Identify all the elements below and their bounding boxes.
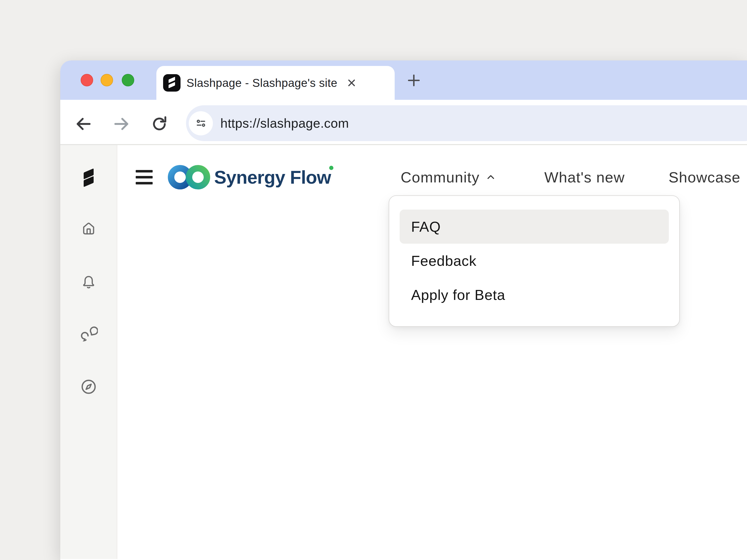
sidebar-logo[interactable] xyxy=(82,167,96,187)
browser-tab-bar: Slashpage - Slashpage's site xyxy=(60,60,747,100)
plus-icon xyxy=(406,73,422,88)
hamburger-icon xyxy=(136,182,153,184)
forward-button[interactable] xyxy=(112,114,131,133)
browser-tab[interactable]: Slashpage - Slashpage's site xyxy=(156,66,395,100)
nav-whats-new-label: What's new xyxy=(544,169,625,186)
hamburger-icon xyxy=(136,170,153,172)
reload-button[interactable] xyxy=(150,114,169,133)
menu-button[interactable] xyxy=(136,170,153,184)
traffic-light-minimize-button[interactable] xyxy=(101,74,113,86)
sidebar-item-explore[interactable] xyxy=(79,378,98,396)
sidebar-item-chat[interactable] xyxy=(79,326,98,344)
main-area: Synergy Flow Community What's new Showca… xyxy=(117,145,747,559)
sidebar-item-home[interactable] xyxy=(80,220,97,237)
menu-item-faq[interactable]: FAQ xyxy=(400,210,669,244)
infinity-icon xyxy=(168,162,210,192)
nav-item-showcase[interactable]: Showcase xyxy=(669,169,741,185)
bell-icon xyxy=(80,273,97,290)
url-bar[interactable]: https://slashpage.com xyxy=(186,105,747,141)
browser-toolbar: https://slashpage.com xyxy=(60,100,747,145)
compass-icon xyxy=(79,378,98,396)
traffic-light-close-button[interactable] xyxy=(81,74,93,86)
community-dropdown-menu: FAQ Feedback Apply for Beta xyxy=(389,195,680,327)
brand-name: Synergy Flow xyxy=(214,167,331,188)
back-arrow-icon xyxy=(74,114,93,133)
traffic-light-zoom-button[interactable] xyxy=(122,74,134,86)
tab-title: Slashpage - Slashpage's site xyxy=(186,76,337,89)
url-text: https://slashpage.com xyxy=(221,116,349,131)
nav-community-label: Community xyxy=(401,169,480,186)
close-icon xyxy=(346,77,357,88)
hamburger-icon xyxy=(136,176,153,179)
reload-icon xyxy=(150,114,169,133)
brand-logo[interactable]: Synergy Flow xyxy=(168,160,331,195)
tune-icon xyxy=(195,117,207,129)
page-content: Synergy Flow Community What's new Showca… xyxy=(60,145,747,559)
sidebar-item-notifications[interactable] xyxy=(80,273,97,290)
brand-green-dot xyxy=(329,166,333,170)
forward-arrow-icon xyxy=(112,114,131,133)
menu-item-feedback[interactable]: Feedback xyxy=(400,244,669,278)
nav-item-whats-new[interactable]: What's new xyxy=(544,169,625,185)
back-button[interactable] xyxy=(74,114,93,133)
sidebar xyxy=(60,145,117,559)
new-tab-button[interactable] xyxy=(406,73,422,88)
nav-showcase-label: Showcase xyxy=(669,169,741,186)
nav-item-community[interactable]: Community xyxy=(401,169,497,185)
chevron-up-icon xyxy=(485,171,497,183)
slashpage-favicon-icon xyxy=(163,74,181,91)
tab-close-button[interactable] xyxy=(346,77,357,88)
home-icon xyxy=(80,220,97,237)
chat-icon xyxy=(79,326,98,344)
desktop-background: Slashpage - Slashpage's site xyxy=(0,0,747,560)
browser-window: Slashpage - Slashpage's site xyxy=(60,60,747,560)
site-info-button[interactable] xyxy=(189,111,213,135)
menu-item-apply-for-beta[interactable]: Apply for Beta xyxy=(400,278,669,312)
